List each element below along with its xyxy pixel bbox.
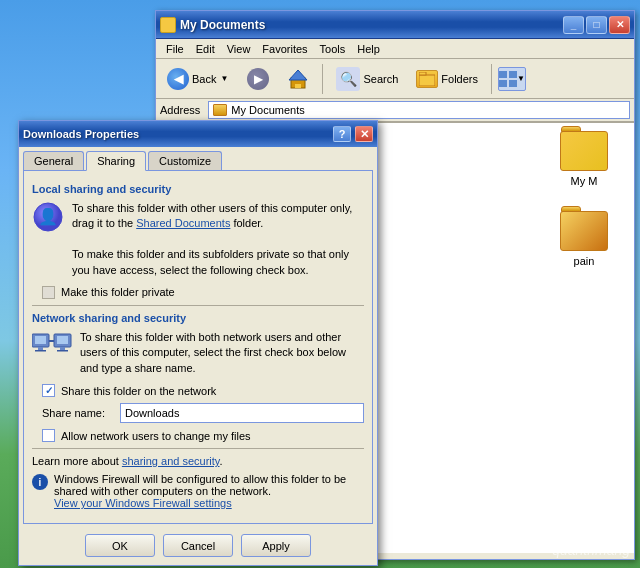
svg-rect-4 [419,72,426,75]
tab-customize[interactable]: Customize [148,151,222,170]
views-icon [499,71,517,87]
address-value: My Documents [231,104,304,116]
svg-text:👤: 👤 [38,207,58,226]
local-text-3: To make this folder and its subfolders p… [72,248,349,275]
folder-name: My M [571,175,598,187]
divider2 [32,448,364,449]
close-button[interactable]: ✕ [609,16,630,34]
svg-rect-18 [57,350,68,352]
tab-general[interactable]: General [23,151,84,170]
svg-rect-16 [57,336,68,344]
firewall-info: Windows Firewall will be configured to a… [54,473,346,497]
folders-label: Folders [441,73,478,85]
folder-icon [560,131,608,171]
help-button[interactable]: ? [333,126,351,142]
share-network-checkbox[interactable] [42,384,55,397]
dialog-close-button[interactable]: ✕ [355,126,373,142]
explorer-menubar: File Edit View Favorites Tools Help [156,39,634,59]
local-text: To share this folder with other users of… [72,201,364,278]
svg-rect-3 [419,75,435,86]
menu-file[interactable]: File [160,41,190,57]
back-arrow-icon: ▼ [219,74,229,84]
allow-change-row: Allow network users to change my files [42,429,364,442]
search-button[interactable]: 🔍 Search [329,63,405,95]
firewall-settings-link[interactable]: View your Windows Firewall settings [54,497,232,509]
svg-rect-7 [499,80,507,87]
menu-view[interactable]: View [221,41,257,57]
dialog-content: Local sharing and security 👤 To share th… [23,170,373,524]
watermark: quantrimang [552,542,630,558]
explorer-toolbar: ◀ Back ▼ ▶ 🔍 Search Folders [156,59,634,99]
forward-button[interactable]: ▶ [240,64,276,94]
firewall-info-row: i Windows Firewall will be configured to… [32,473,364,509]
menu-help[interactable]: Help [351,41,386,57]
views-arrow-icon: ▼ [517,74,525,83]
shared-documents-link[interactable]: Shared Documents [136,217,230,229]
share-network-row: Share this folder on the network [42,384,364,397]
dialog-tabs: General Sharing Customize [19,147,377,170]
back-label: Back [192,73,216,85]
svg-rect-8 [509,80,517,87]
address-folder-icon [213,104,227,116]
toolbar-separator2 [491,64,492,94]
toolbar-separator [322,64,323,94]
cancel-button[interactable]: Cancel [163,534,233,557]
local-sharing-icon: 👤 [32,201,64,233]
folders-button[interactable]: Folders [409,66,485,92]
menu-edit[interactable]: Edit [190,41,221,57]
explorer-title-icon [160,17,176,33]
tab-sharing[interactable]: Sharing [86,151,146,171]
svg-rect-2 [295,84,301,88]
local-section-body: 👤 To share this folder with other users … [32,201,364,278]
search-icon: 🔍 [336,67,360,91]
svg-rect-13 [38,347,43,350]
dialog-buttons: OK Cancel Apply [19,528,377,565]
explorer-title-buttons: _ □ ✕ [563,16,630,34]
up-button[interactable] [280,64,316,94]
svg-rect-5 [499,71,507,78]
network-icon [32,330,72,362]
share-name-input[interactable] [120,403,364,423]
address-field[interactable]: My Documents [208,101,630,119]
network-text: To share this folder with both network u… [80,330,364,376]
share-name-label: Share name: [42,407,112,419]
up-icon [287,68,309,90]
folder-icon [560,211,608,251]
dialog-title: Downloads Properties [23,128,329,140]
make-private-checkbox[interactable] [42,286,55,299]
allow-change-checkbox[interactable] [42,429,55,442]
sharing-security-link[interactable]: sharing and security [122,455,220,467]
info-icon: i [32,474,48,490]
dialog: Downloads Properties ? ✕ General Sharing… [18,120,378,566]
maximize-button[interactable]: □ [586,16,607,34]
back-button[interactable]: ◀ Back ▼ [160,64,236,94]
dialog-titlebar: Downloads Properties ? ✕ [19,121,377,147]
explorer-title: My Documents [180,18,563,32]
folder-name: pain [574,255,595,267]
section-divider [32,305,364,306]
ok-button[interactable]: OK [85,534,155,557]
learn-more-row: Learn more about sharing and security. [32,455,364,467]
svg-rect-17 [60,347,65,350]
network-section-body: To share this folder with both network u… [32,330,364,376]
allow-change-label: Allow network users to change my files [61,430,251,442]
folder-paint[interactable]: pain [544,211,624,267]
local-section-header: Local sharing and security [32,183,364,195]
menu-favorites[interactable]: Favorites [256,41,313,57]
svg-rect-14 [35,350,46,352]
local-text-2: folder. [230,217,263,229]
minimize-button[interactable]: _ [563,16,584,34]
explorer-titlebar: My Documents _ □ ✕ [156,11,634,39]
back-icon: ◀ [167,68,189,90]
folder-mym[interactable]: My M [544,131,624,187]
apply-button[interactable]: Apply [241,534,311,557]
share-name-row: Share name: [42,403,364,423]
menu-tools[interactable]: Tools [314,41,352,57]
folders-icon [416,70,438,88]
svg-rect-12 [35,336,46,344]
network-section-header: Network sharing and security [32,312,364,324]
share-network-label: Share this folder on the network [61,385,216,397]
firewall-info-text: Windows Firewall will be configured to a… [54,473,364,509]
views-button[interactable]: ▼ [498,67,526,91]
forward-icon: ▶ [247,68,269,90]
